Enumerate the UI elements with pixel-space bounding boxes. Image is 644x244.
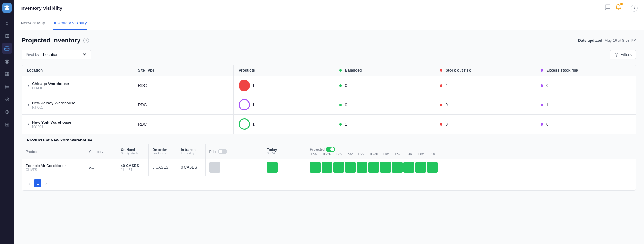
sub-onorder-cell: 0 CASES [148,159,177,176]
apps-icon[interactable]: ⊞ [2,119,12,130]
product-circle-nj [239,99,250,110]
location-name: New Jersey Warehouse [32,101,76,105]
sub-th-category: Category [85,144,117,159]
inv-square-2 [322,162,332,173]
sub-product-cell: Portable Air Conditioner OLIVES [22,159,85,176]
th-products: Products [233,65,334,76]
stockout-indicator [440,123,442,126]
notification-badge [620,3,623,5]
inv-square-10 [415,162,426,173]
grid-icon[interactable]: ⊞ [2,30,12,41]
excess-dot [541,69,543,72]
topbar-divider [626,4,626,12]
location-code: NJ-001 [32,105,76,109]
stockout-dot [440,69,442,72]
pivot-label: Pivot by [26,53,39,57]
product-code: OLIVES [26,168,81,172]
next-page-btn[interactable]: › [43,180,48,186]
table-row: ▲ New York Warehouse NY-001 RDC [22,115,636,134]
balanced-indicator [339,104,342,106]
sub-intransit-cell: 0 CASES [177,159,205,176]
filters-label: Filters [621,52,632,57]
th-site-type: Site Type [133,65,233,76]
pagination: ‹ 1 › [22,176,636,190]
balanced-indicator [339,123,342,126]
tab-network-map[interactable]: Network Map [20,16,46,30]
balanced-cell: 0 [334,76,435,95]
inv-square-1 [310,162,321,173]
home-icon[interactable]: ⌂ [2,18,12,28]
date-updated-value: May 16 at 8:58 PM [604,38,636,43]
stockout-indicator [440,104,442,106]
excess-cell: 0 [535,76,636,95]
balanced-cell: 0 [334,95,435,115]
info-icon[interactable]: ℹ [631,5,638,12]
prior-toggle[interactable] [218,149,227,154]
tag-icon[interactable]: ⊛ [2,94,12,104]
products-cell: 1 [233,95,334,115]
sub-onhand-cell: 40 CASES 11 - 151 [117,159,148,176]
expand-ny-btn[interactable]: ▲ [27,122,30,126]
inv-square-8 [392,162,403,173]
settings-icon[interactable]: ⊕ [2,106,12,117]
sub-table-header: Product Category On Hand Safety stock [22,144,636,159]
calendar-icon[interactable]: ▦ [2,68,12,79]
pivot-select[interactable]: Location Product Category [42,52,87,57]
balanced-dot [339,69,342,72]
topbar: Inventory Visibility ℹ [14,0,644,16]
excess-indicator [541,84,543,87]
prev-page-btn[interactable]: ‹ [27,180,32,186]
main-table: Location Site Type Products Balanced [22,65,636,134]
page-title-wrap: Projected Inventory ℹ [22,37,89,44]
sub-projected-cell [306,159,636,176]
inv-square-11 [427,162,438,173]
cube-icon[interactable] [2,43,12,54]
expand-chicago-btn[interactable]: ▼ [27,84,30,87]
table-row: ▼ New Jersey Warehouse NJ-001 RDC [22,95,636,115]
bell-icon[interactable] [615,4,622,12]
map-icon[interactable]: ◉ [2,56,12,66]
th-stock-out: Stock out risk [435,65,535,76]
sub-section-title: Products at New York Warehouse [22,134,636,144]
page-info-icon[interactable]: ℹ [83,38,89,43]
chat-icon[interactable] [604,4,611,12]
location-cell: ▼ Chicago Warehouse CH-001 [22,76,133,95]
stockout-cell: 0 [435,95,535,115]
sub-th-prior: Prior [205,144,263,159]
sub-prior-cell [205,159,263,176]
products-cell: 1 [233,76,334,95]
sub-category-cell: AC [85,159,117,176]
sub-th-today: Today 05/24 [263,144,306,159]
location-code: CH-001 [32,86,69,90]
expand-nj-btn[interactable]: ▼ [27,103,30,107]
toolbar: Pivot by Location Product Category Filte… [22,50,636,59]
stockout-cell: 1 [435,76,535,95]
pivot-select-wrap[interactable]: Pivot by Location Product Category [22,50,91,59]
th-excess: Excess stock risk [535,65,636,76]
sub-th-onorder: On order For today [148,144,177,159]
sub-th-onhand: On Hand Safety stock [117,144,148,159]
main-table-container: Location Site Type Products Balanced [22,65,636,191]
inv-square-7 [380,162,391,173]
current-page: 1 [34,179,41,187]
page-title-text: Projected Inventory [22,37,81,44]
products-cell: 1 [233,115,334,134]
balanced-indicator [339,84,342,87]
location-cell: ▲ New York Warehouse NY-001 [22,115,133,134]
product-circle-chicago [239,80,250,91]
sub-table: Product Category On Hand Safety stock [22,144,636,176]
main-content: Inventory Visibility ℹ Network Map Inven… [14,0,644,244]
sidebar: ⌂ ⊞ ◉ ▦ ▤ ⊛ ⊕ ⊞ [0,0,14,244]
inv-square-3 [333,162,344,173]
inv-square-9 [403,162,414,173]
content-area: Projected Inventory ℹ Date updated: May … [14,30,644,244]
sub-th-product: Product [22,144,85,159]
tab-inventory-visibility[interactable]: Inventory Visibility [53,16,88,30]
date-updated: Date updated: May 16 at 8:58 PM [578,38,636,43]
chart-bar-icon[interactable]: ▤ [2,81,12,92]
product-name: Portable Air Conditioner [26,164,81,168]
location-name: Chicago Warehouse [32,81,69,86]
projected-toggle[interactable] [326,147,335,152]
excess-cell: 0 [535,115,636,134]
filters-button[interactable]: Filters [610,50,636,59]
